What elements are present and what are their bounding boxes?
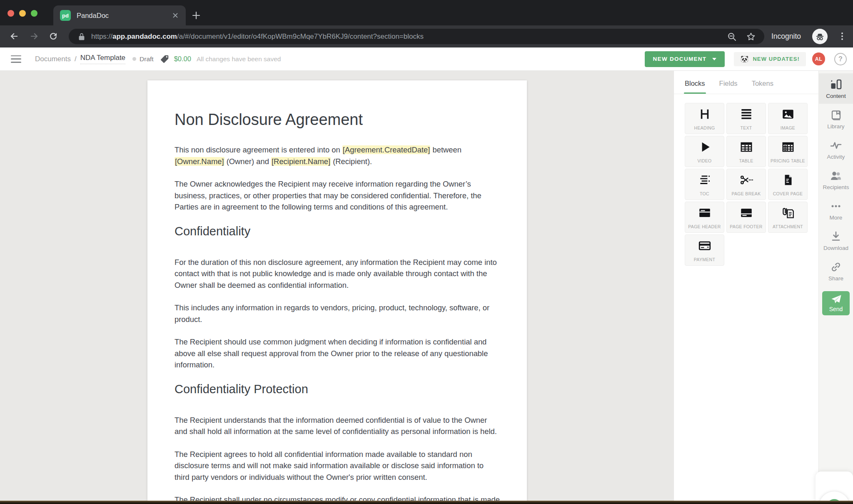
block-tile-heading[interactable]: HEADING (685, 103, 724, 134)
forward-icon[interactable] (29, 31, 39, 41)
browser-tab-strip: pd PandaDoc (0, 0, 853, 25)
image-icon (781, 107, 795, 121)
lock-icon (77, 32, 86, 41)
document-page: Non Disclosure Agreement This non disclo… (147, 80, 527, 504)
table-icon (739, 140, 753, 154)
doc-paragraph-agrees[interactable]: The Recipient agrees to hold all confide… (175, 449, 500, 483)
avatar[interactable]: AL (812, 52, 825, 65)
main-menu-icon[interactable] (11, 55, 21, 63)
help-button[interactable]: ? (834, 53, 847, 65)
breadcrumb-separator: / (75, 55, 77, 63)
block-tile-video[interactable]: VIDEO (685, 136, 724, 167)
block-tile-payment[interactable]: PAYMENT (685, 235, 724, 266)
price-tag-icon[interactable] (160, 55, 169, 63)
doc-paragraph-acknowledge[interactable]: The Owner acknowledges the Recipient may… (175, 178, 500, 213)
recipients-icon (830, 170, 842, 182)
new-document-button[interactable]: NEW DOCUMENT (645, 51, 725, 67)
bottom-edge-bar (0, 501, 853, 504)
browser-tab[interactable]: pd PandaDoc (53, 5, 186, 25)
app-header: Documents / NDA Template Draft $0.00 All… (0, 47, 853, 71)
send-plane-icon (830, 294, 842, 305)
back-icon[interactable] (9, 31, 19, 41)
block-tile-text[interactable]: TEXT (726, 103, 766, 134)
reload-icon[interactable] (48, 31, 58, 41)
doc-heading[interactable]: Non Disclosure Agreement (175, 111, 500, 129)
right-rail: Content Library Activity (818, 71, 853, 504)
incognito-label: Incognito (771, 25, 801, 47)
incognito-icon (812, 29, 828, 44)
main-area: Non Disclosure Agreement This non disclo… (0, 71, 853, 504)
block-tile-page-footer[interactable]: PAGE FOOTER (726, 202, 766, 233)
content-icon (830, 78, 842, 91)
page-footer-icon (739, 206, 753, 220)
share-link-icon (830, 261, 842, 273)
rail-item-download[interactable]: Download (819, 225, 853, 256)
video-icon (698, 140, 712, 154)
block-tile-pricing-table[interactable]: PRICING TABLE (768, 136, 808, 167)
doc-paragraph-intro[interactable]: This non disclosure agreement is entered… (175, 144, 500, 167)
address-bar[interactable]: https://app.pandadoc.com/a/#/document/v1… (69, 29, 764, 44)
rail-item-more[interactable]: More (819, 195, 853, 225)
rail-item-activity[interactable]: Activity (819, 134, 853, 165)
zoom-out-icon[interactable] (727, 32, 737, 42)
pricing-table-icon (781, 140, 795, 154)
blocks-panel: Blocks Fields Tokens HEADING TEXT (673, 71, 818, 504)
library-icon (830, 109, 842, 121)
minimize-window-button[interactable] (19, 10, 26, 17)
window-controls (7, 10, 37, 17)
bookmark-star-icon[interactable] (746, 32, 756, 42)
payment-icon (698, 239, 712, 252)
block-tile-toc[interactable]: TOC (685, 169, 724, 200)
block-tile-page-break[interactable]: PAGE BREAK (726, 169, 766, 200)
token-agreement-createddate[interactable]: [Agreement.CreatedDate] (342, 145, 431, 154)
tab-fields[interactable]: Fields (719, 71, 738, 94)
cover-page-icon (781, 173, 795, 187)
rail-item-recipients[interactable]: Recipients (819, 165, 853, 195)
tab-tokens[interactable]: Tokens (752, 71, 773, 94)
autosave-status: All changes have been saved (197, 55, 281, 63)
token-owner-name[interactable]: [Owner.Name] (175, 157, 224, 166)
tab-title: PandaDoc (77, 12, 172, 20)
browser-menu-icon[interactable] (837, 31, 847, 41)
more-icon (830, 200, 842, 212)
breadcrumb-documents[interactable]: Documents (35, 55, 71, 63)
fullscreen-window-button[interactable] (31, 10, 37, 17)
doc-paragraph-understands[interactable]: The Recipient understands that the infor… (175, 414, 500, 437)
header-actions: NEW DOCUMENT 🐼 NEW UPDATES! AL ? (645, 51, 847, 67)
url-scheme: https:// (91, 32, 112, 40)
document-price[interactable]: $0.00 (174, 55, 191, 63)
doc-paragraph-duration[interactable]: For the duration of this non disclosure … (175, 257, 500, 291)
tab-close-icon[interactable] (172, 12, 179, 19)
screen: pd PandaDoc https://app.pandadoc.com/a/#… (0, 0, 853, 504)
url-path: /a/#/document/v1/editor/o4fKopWBm9cMqe7Y… (177, 32, 424, 40)
browser-toolbar: https://app.pandadoc.com/a/#/document/v1… (0, 25, 853, 47)
block-tile-table[interactable]: TABLE (726, 136, 766, 167)
page-break-icon (739, 173, 753, 187)
heading-icon (698, 107, 712, 121)
token-recipient-name[interactable]: [Recipient.Name] (271, 157, 331, 166)
send-button[interactable]: Send (822, 291, 850, 315)
doc-paragraph-judgment[interactable]: The Recipient should use common judgment… (175, 336, 500, 371)
block-tile-attachment[interactable]: ATTACHMENT (768, 202, 808, 233)
doc-subheading-confidentiality[interactable]: Confidentiality (175, 224, 500, 238)
rail-item-share[interactable]: Share (819, 256, 853, 286)
new-updates-button[interactable]: 🐼 NEW UPDATES! (734, 52, 806, 66)
url-text: https://app.pandadoc.com/a/#/document/v1… (91, 32, 718, 41)
status-badge: Draft (140, 55, 154, 63)
block-tile-page-header[interactable]: PAGE HEADER (685, 202, 724, 233)
doc-subheading-protection[interactable]: Confidentiality Protection (175, 382, 500, 396)
panda-emoji-icon: 🐼 (740, 55, 748, 63)
close-window-button[interactable] (7, 10, 14, 17)
block-tile-cover-page[interactable]: COVER PAGE (768, 169, 808, 200)
rail-item-content[interactable]: Content (819, 73, 853, 104)
text-icon (739, 107, 753, 121)
block-tile-image[interactable]: IMAGE (768, 103, 808, 134)
url-host: app.pandadoc.com (112, 32, 177, 40)
document-title-field[interactable]: NDA Template (80, 54, 125, 64)
attachment-icon (781, 206, 795, 220)
new-tab-icon[interactable] (191, 10, 202, 21)
tab-blocks[interactable]: Blocks (685, 71, 705, 94)
doc-paragraph-includes[interactable]: This includes any information in regards… (175, 302, 500, 325)
rail-item-library[interactable]: Library (819, 104, 853, 134)
activity-icon (830, 139, 842, 152)
